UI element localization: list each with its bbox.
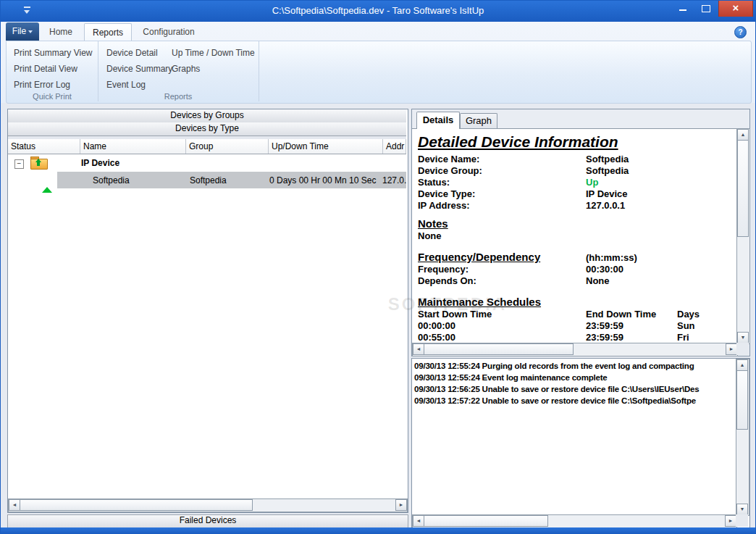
tab-configuration[interactable]: Configuration: [133, 23, 204, 41]
chevron-down-icon: [28, 30, 33, 33]
vscroll-thumb[interactable]: [736, 370, 748, 430]
maintenance-row: 00:00:0023:59:59Sun: [418, 320, 736, 332]
column-header-status[interactable]: Status: [8, 139, 80, 154]
frequency-unit: (hh:mm:ss): [586, 252, 637, 263]
maint-start: 00:00:00: [418, 320, 586, 332]
depends-on-label: Depends On:: [418, 275, 586, 287]
scroll-down-icon[interactable]: ▼: [737, 332, 749, 343]
field-label-device-type: Device Type:: [418, 188, 586, 200]
frequency-label: Frequency:: [418, 264, 586, 275]
tree-collapse-icon[interactable]: −: [14, 159, 24, 169]
maint-col-start: Start Down Time: [418, 309, 586, 320]
device-table-header: Status Name Group Up/Down Time Addr: [8, 139, 406, 154]
menu-item-print-error-log[interactable]: Print Error Log: [9, 78, 75, 92]
event-log-hscrollbar[interactable]: ◄ ►: [412, 514, 737, 528]
device-address-cell: 127.0.: [382, 175, 406, 185]
file-menu-label: File: [12, 26, 26, 36]
scroll-right-icon[interactable]: ►: [395, 499, 407, 511]
folder-arrow-stem: [37, 162, 40, 166]
frequency-value: 00:30:00: [586, 264, 623, 275]
scrollbar-corner: [736, 343, 749, 355]
log-line: 09/30/13 12:55:24 Purging old records fr…: [414, 360, 735, 372]
scrollbar-corner: [736, 514, 748, 527]
devices-by-type-button[interactable]: Devices by Type: [8, 122, 406, 136]
scroll-left-icon[interactable]: ◄: [413, 515, 424, 527]
maint-days: Fri: [677, 332, 689, 343]
scroll-down-icon[interactable]: ▼: [736, 504, 748, 515]
scroll-left-icon[interactable]: ◄: [413, 343, 424, 355]
minimize-icon: [679, 9, 686, 11]
folder-icon: [30, 157, 46, 169]
status-up-icon: [42, 175, 52, 186]
tab-reports[interactable]: Reports: [84, 23, 132, 41]
minimize-button[interactable]: [672, 0, 694, 17]
device-name-cell: Softpedia: [93, 175, 130, 185]
menu-item-print-summary-view[interactable]: Print Summary View: [9, 46, 96, 60]
menu-item-device-summary[interactable]: Device Summary: [102, 62, 177, 76]
file-menu-button[interactable]: File: [6, 22, 39, 41]
log-line: 09/30/13 12:57:22 Unable to save or rest…: [414, 395, 735, 406]
devices-by-groups-button[interactable]: Devices by Groups: [8, 109, 406, 123]
app-icon-bar: [24, 7, 30, 8]
maint-col-end: End Down Time: [586, 309, 677, 320]
hscroll-thumb[interactable]: [424, 515, 548, 527]
column-header-address[interactable]: Addr: [383, 139, 406, 154]
details-content: Detailed Device Information Device Name:…: [412, 128, 736, 343]
maximize-button[interactable]: [695, 0, 717, 17]
menu-item-device-detail[interactable]: Device Detail: [102, 46, 162, 60]
maint-start: 00:55:00: [418, 332, 586, 343]
tab-details[interactable]: Details: [416, 112, 460, 129]
field-label-ip-address: IP Address:: [418, 200, 586, 212]
notes-value: None: [418, 230, 736, 242]
scroll-up-icon[interactable]: ▲: [737, 129, 749, 141]
device-group-cell: Softpedia: [190, 175, 227, 185]
ribbon-panel: Print Summary View Print Detail View Pri…: [6, 41, 752, 104]
app-icon[interactable]: [22, 6, 33, 16]
group-row-label: IP Device: [81, 158, 119, 168]
device-row[interactable]: Softpedia Softpedia 0 Days 00 Hr 00 Mn 1…: [8, 172, 406, 189]
group-label-quick-print: Quick Print: [7, 92, 98, 101]
maint-col-days: Days: [677, 309, 700, 320]
close-button[interactable]: ×: [718, 0, 753, 17]
depends-on-value: None: [586, 275, 610, 286]
tree-group-row[interactable]: − IP Device: [8, 154, 406, 172]
column-header-name[interactable]: Name: [80, 139, 186, 154]
notes-heading: Notes: [418, 217, 448, 230]
status-badge: Up: [586, 177, 598, 188]
up-arrow-head: [42, 175, 52, 193]
details-hscrollbar[interactable]: ◄ ►: [412, 343, 738, 356]
maintenance-heading: Maintenance Schedules: [418, 296, 541, 308]
window-title: C:\Softpedia\Softpedia.dev - Taro Softwa…: [87, 0, 669, 22]
details-heading: Detailed Device Information: [418, 133, 736, 151]
scroll-up-icon[interactable]: ▲: [736, 359, 748, 371]
event-log-panel: 09/30/13 12:55:24 Purging old records fr…: [411, 358, 750, 529]
status-strip: [0, 527, 756, 534]
vscroll-thumb[interactable]: [737, 140, 749, 237]
menu-item-graphs[interactable]: Graphs: [167, 62, 204, 76]
hscroll-thumb[interactable]: [20, 499, 253, 511]
tab-graph[interactable]: Graph: [460, 113, 497, 129]
field-label-device-group: Device Group:: [418, 165, 586, 177]
failed-devices-button[interactable]: Failed Devices: [7, 514, 408, 528]
menu-item-print-detail-view[interactable]: Print Detail View: [9, 62, 82, 76]
tab-home[interactable]: Home: [41, 23, 81, 41]
field-label-status: Status:: [418, 177, 586, 188]
ribbon-group-reports: Device Detail Device Summary Event Log U…: [98, 41, 259, 101]
scroll-right-icon[interactable]: ►: [726, 343, 737, 355]
device-list-panel: Devices by Groups Devices by Type Status…: [7, 109, 408, 513]
frequency-heading: Frequency/Dependency: [418, 251, 540, 263]
scroll-left-icon[interactable]: ◄: [9, 499, 20, 511]
log-line: 09/30/13 12:55:24 Event log maintenance …: [414, 372, 735, 383]
maint-end: 23:59:59: [586, 320, 677, 332]
hscroll-thumb[interactable]: [424, 343, 574, 355]
menu-item-uptime-downtime[interactable]: Up Time / Down Time: [167, 46, 259, 60]
menu-item-event-log[interactable]: Event Log: [102, 78, 150, 92]
event-log-vscrollbar[interactable]: ▲ ▼: [736, 359, 749, 516]
help-icon[interactable]: ?: [734, 26, 747, 38]
details-vscrollbar[interactable]: ▲ ▼: [736, 128, 750, 344]
column-header-updown-time[interactable]: Up/Down Time: [269, 139, 383, 154]
scroll-right-icon[interactable]: ►: [725, 515, 736, 527]
maint-end: 23:59:59: [586, 332, 677, 343]
column-header-group[interactable]: Group: [186, 139, 269, 154]
device-list-hscrollbar[interactable]: ◄ ►: [8, 498, 408, 512]
